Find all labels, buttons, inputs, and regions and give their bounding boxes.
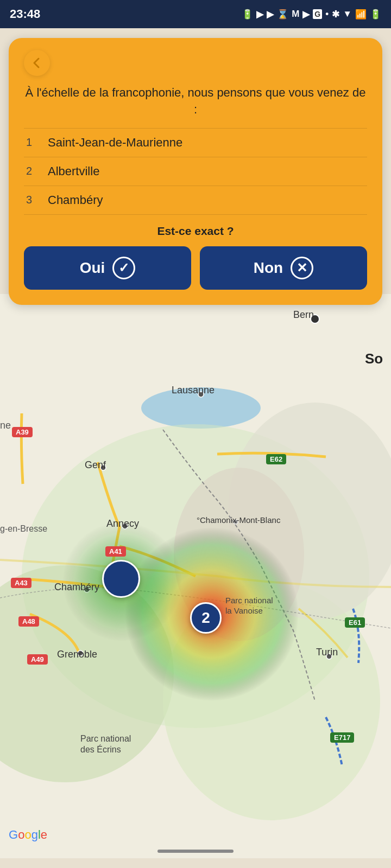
wifi-icon: ▼: [343, 9, 352, 20]
location-number-2: 2: [26, 165, 39, 177]
list-item: 1 Saint-Jean-de-Maurienne: [24, 129, 367, 157]
road-badge-a39: A39: [12, 427, 33, 437]
hourglass-icon: ⌛: [277, 9, 288, 20]
youtube-icon2: ▶: [267, 9, 274, 20]
battery-icon: 🔋: [370, 9, 381, 20]
city-label-chambery: Chambéry: [54, 582, 99, 593]
location-name-2: Albertville: [48, 164, 99, 178]
back-button[interactable]: [24, 50, 50, 76]
city-label-genf: Genf: [85, 459, 106, 471]
svg-point-0: [30, 56, 44, 70]
city-label-annecy: Annecy: [106, 518, 139, 529]
youtube-icon3: ▶: [302, 9, 310, 20]
oui-label: Oui: [80, 259, 105, 277]
signal-icon: 📶: [355, 9, 367, 20]
status-icons: 🔋 ▶ ▶ ⌛ M ▶ G • ✱ ▼ 📶 🔋: [242, 9, 381, 20]
location-name-1: Saint-Jean-de-Maurienne: [48, 136, 182, 150]
google-icon: G: [313, 9, 322, 19]
google-logo: Google: [9, 828, 47, 842]
map-marker-2: 2: [190, 602, 222, 634]
list-item: 3 Chambéry: [24, 186, 367, 215]
city-label-vanoise: Parc nationalla Vanoise: [225, 595, 273, 616]
non-button[interactable]: Non ✕: [200, 246, 367, 290]
city-label-chamonix: °Chamonix-Mont-Blanc: [197, 515, 280, 525]
answer-buttons: Oui ✓ Non ✕: [24, 246, 367, 290]
location-number-3: 3: [26, 194, 39, 206]
svg-text:So: So: [365, 350, 383, 367]
svg-text:ne: ne: [0, 420, 11, 431]
checkmark-icon: ✓: [112, 257, 135, 279]
back-arrow-icon: [29, 55, 45, 71]
city-label-lausanne: Lausanne: [172, 385, 215, 396]
bottom-bar: [157, 850, 234, 853]
list-item: 2 Albertville: [24, 157, 367, 186]
battery-charging-icon: 🔋: [242, 9, 253, 20]
question-text: À l'échelle de la francophonie, nous pen…: [24, 85, 367, 118]
oui-button[interactable]: Oui ✓: [24, 246, 191, 290]
status-time: 23:48: [10, 7, 40, 21]
time-display: 23:48: [10, 7, 40, 21]
map-svg: So ne g-en-Bresse: [0, 294, 391, 858]
status-bar: 23:48 🔋 ▶ ▶ ⌛ M ▶ G • ✱ ▼ 📶 🔋: [0, 0, 391, 28]
bluetooth-icon: ✱: [332, 9, 339, 20]
road-badge-a49: A49: [27, 654, 48, 665]
is-exact-label: Est-ce exact ?: [24, 225, 367, 238]
road-badge-e61: E61: [345, 617, 365, 628]
city-label-bern: Bern: [293, 309, 314, 321]
non-label: Non: [254, 259, 283, 277]
road-badge-a48: A48: [18, 616, 39, 627]
gmail-icon: M: [292, 9, 299, 20]
city-label-ecrins: Parc nationaldes Écrins: [80, 733, 131, 756]
chambery-marker: [102, 560, 140, 598]
dot-icon: •: [325, 9, 329, 20]
road-badge-e62: E62: [266, 454, 286, 464]
city-label-turin: Turin: [316, 647, 338, 658]
map-container[interactable]: So ne g-en-Bresse Bern Lausanne Genf Ann…: [0, 294, 391, 858]
youtube-icon: ▶: [256, 9, 263, 20]
location-number-1: 1: [26, 136, 39, 149]
question-card: À l'échelle de la francophonie, nous pen…: [9, 38, 382, 305]
city-label-grenoble: Grenoble: [57, 649, 97, 660]
svg-text:g-en-Bresse: g-en-Bresse: [0, 524, 47, 533]
location-name-3: Chambéry: [48, 193, 103, 207]
cross-icon: ✕: [291, 257, 313, 279]
marker-label: 2: [201, 609, 210, 627]
road-badge-a41: A41: [105, 546, 126, 557]
location-list: 1 Saint-Jean-de-Maurienne 2 Albertville …: [24, 128, 367, 215]
road-badge-a43: A43: [11, 578, 31, 588]
road-badge-e717: E717: [330, 732, 354, 743]
